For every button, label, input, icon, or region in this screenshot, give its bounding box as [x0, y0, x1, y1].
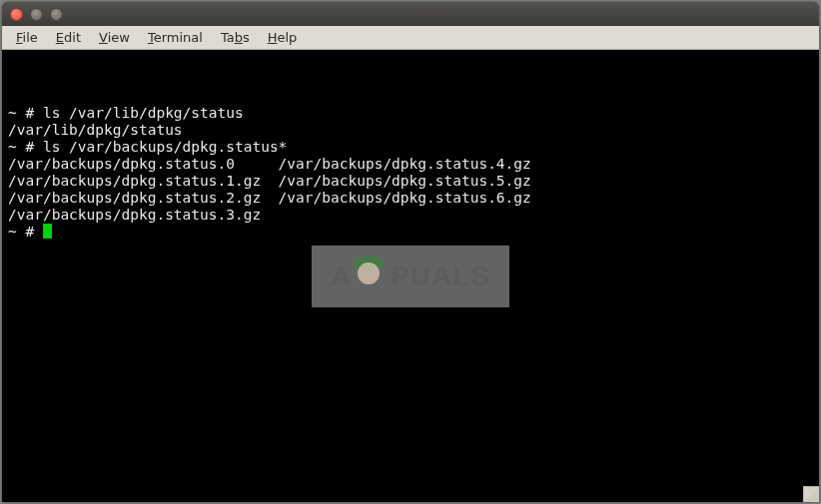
- terminal-line: /var/backups/dpkg.status.2.gz /var/backu…: [8, 190, 813, 207]
- maximize-icon[interactable]: [50, 8, 63, 21]
- menu-help[interactable]: Help: [260, 28, 306, 47]
- close-icon[interactable]: [10, 8, 23, 21]
- watermark-logo-icon: [349, 256, 389, 296]
- terminal-window: File Edit View Terminal Tabs Help ~ # ls…: [2, 2, 819, 502]
- terminal-cursor: [43, 224, 52, 239]
- watermark-letter-a: A: [331, 267, 351, 284]
- terminal-prompt-line[interactable]: ~ #: [8, 224, 813, 241]
- menu-view[interactable]: View: [91, 28, 138, 47]
- menu-tabs[interactable]: Tabs: [213, 28, 258, 47]
- menu-terminal[interactable]: Terminal: [140, 28, 211, 47]
- terminal-line: /var/backups/dpkg.status.0 /var/backups/…: [8, 156, 813, 173]
- terminal-line: ~ # ls /var/lib/dpkg/status: [8, 105, 813, 122]
- watermark-overlay: A PUALS: [312, 246, 509, 307]
- window-titlebar[interactable]: [2, 2, 819, 26]
- terminal-line: /var/backups/dpkg.status.3.gz: [8, 207, 813, 224]
- resize-grip-icon[interactable]: [805, 488, 819, 502]
- terminal-line: /var/backups/dpkg.status.1.gz /var/backu…: [8, 173, 813, 190]
- menu-edit[interactable]: Edit: [48, 28, 89, 47]
- terminal-output[interactable]: ~ # ls /var/lib/dpkg/status/var/lib/dpkg…: [2, 50, 819, 502]
- terminal-line: ~ # ls /var/backups/dpkg.status*: [8, 139, 813, 156]
- terminal-line: /var/lib/dpkg/status: [8, 122, 813, 139]
- window-controls: [10, 8, 63, 21]
- minimize-icon[interactable]: [30, 8, 43, 21]
- menu-file[interactable]: File: [8, 28, 46, 47]
- menu-bar: File Edit View Terminal Tabs Help: [2, 26, 819, 50]
- terminal-prompt: ~ #: [8, 224, 43, 240]
